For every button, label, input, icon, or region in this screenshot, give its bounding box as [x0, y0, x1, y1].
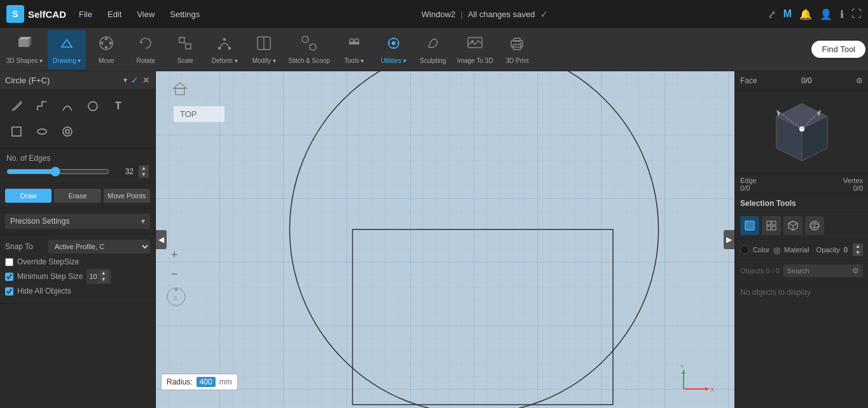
tool-deform[interactable]: Deform ▾ [205, 30, 244, 69]
search-box[interactable]: Search ⚙ [783, 264, 863, 277]
svg-rect-69 [745, 221, 754, 230]
precision-dropdown[interactable]: Precison Settings ▾ [5, 214, 150, 229]
move-points-button[interactable]: Move Points [104, 189, 150, 203]
grid-select-icon[interactable] [762, 216, 781, 235]
panel-dropdown-arrow[interactable]: ▾ [123, 76, 127, 85]
step-tool[interactable] [31, 95, 53, 118]
min-step-row: Minimum Step Size 10 ▲ ▼ [5, 269, 150, 284]
tool-tools[interactable]: Tools ▾ [335, 30, 373, 69]
cube-wire-select-icon[interactable] [783, 216, 803, 235]
ellipse-tool[interactable] [31, 120, 53, 143]
svg-text:S: S [174, 295, 177, 301]
svg-marker-57 [682, 370, 685, 374]
panel-close-icon[interactable]: ✕ [142, 75, 150, 85]
bell-icon[interactable]: 🔔 [799, 8, 812, 20]
pen-tool[interactable] [5, 95, 28, 118]
right-panel-toggle[interactable]: ▶ [724, 230, 734, 249]
square-tool[interactable] [5, 120, 28, 143]
menu-settings[interactable]: Settings [167, 8, 202, 20]
min-step-checkbox[interactable] [5, 273, 13, 281]
stitch-scoop-icon [300, 34, 318, 56]
m-icon[interactable]: M [783, 8, 792, 20]
face-value: 0/0 [801, 76, 812, 85]
edges-increment[interactable]: ▲ [139, 165, 149, 172]
circle-outline-tool[interactable] [81, 95, 104, 118]
erase-button[interactable]: Erase [54, 189, 100, 203]
canvas-area[interactable]: TOP + − S Radius: 400 mm X Y ◀ [156, 71, 734, 408]
rotate-icon [137, 34, 155, 56]
logo-icon: S [6, 5, 24, 23]
find-tool-button[interactable]: Find Tool [811, 41, 865, 58]
tool-stitch-scoop[interactable]: Stitch & Scoop [284, 30, 334, 69]
objects-count: Objects 0 / 0 [740, 267, 780, 275]
svg-point-40 [65, 130, 69, 133]
tool-3d-shapes[interactable]: 3D Shapes ▾ [3, 30, 46, 69]
sculpting-icon [424, 34, 442, 56]
draw-button[interactable]: Draw [5, 189, 52, 203]
edges-slider[interactable] [6, 167, 109, 177]
sculpting-label: Sculpting [420, 57, 446, 64]
opacity-stepper[interactable]: ▲ ▼ [853, 243, 863, 256]
search-settings-icon[interactable]: ⚙ [852, 266, 859, 275]
menu-view[interactable]: View [134, 8, 157, 20]
user-icon[interactable]: 👤 [820, 8, 832, 20]
share-icon[interactable]: ⤤ [768, 8, 776, 20]
tool-move[interactable]: Move [87, 30, 125, 69]
svg-rect-72 [772, 221, 776, 225]
opacity-decrement[interactable]: ▼ [853, 250, 863, 256]
override-stepsize-checkbox[interactable] [5, 258, 13, 266]
action-buttons: Draw Erase Move Points [0, 184, 155, 208]
opacity-increment[interactable]: ▲ [853, 243, 863, 250]
hide-objects-checkbox[interactable] [5, 287, 13, 296]
panel-header: Circle (F+C) ▾ ✓ ✕ [0, 71, 155, 90]
tool-modify[interactable]: Modify ▾ [245, 30, 283, 69]
color-swatch[interactable] [740, 245, 749, 254]
selection-icons [735, 212, 868, 240]
snap-dropdown[interactable]: Active Profile, C [48, 240, 150, 254]
edges-stepper[interactable]: ▲ ▼ [139, 165, 149, 178]
main: Circle (F+C) ▾ ✓ ✕ T [0, 71, 868, 408]
tools-label: Tools ▾ [344, 57, 364, 64]
svg-marker-55 [705, 387, 709, 391]
modify-label: Modify ▾ [252, 57, 276, 64]
edges-decrement[interactable]: ▼ [139, 172, 149, 178]
color-material-row: Color ◎ Material Opacity 0 ▲ ▼ [735, 240, 868, 261]
tool-image-to-3d[interactable]: Image To 3D [453, 30, 497, 69]
donut-tool[interactable] [56, 120, 79, 143]
tool-3d-print[interactable]: 3D Print [498, 30, 536, 69]
svg-point-25 [392, 41, 396, 45]
min-step-stepper[interactable]: ▲ ▼ [99, 270, 109, 283]
svg-text:Y: Y [680, 364, 684, 370]
info-icon[interactable]: ℹ [840, 8, 844, 20]
panel-title: Circle (F+C) [5, 76, 120, 85]
text-tool[interactable]: T [107, 95, 130, 118]
min-step-decrement[interactable]: ▼ [99, 276, 109, 283]
tool-drawing[interactable]: Drawing ▾ [48, 30, 86, 69]
left-panel-toggle[interactable]: ◀ [156, 230, 167, 249]
edge-section: Edge 0/0 [740, 177, 757, 192]
curve-tool[interactable] [56, 95, 79, 118]
tool-utilities[interactable]: Utilities ▾ [375, 30, 413, 69]
tool-sculpting[interactable]: Sculpting [414, 30, 452, 69]
vertex-label: Vertex [843, 177, 863, 184]
face-select-icon[interactable] [740, 216, 759, 235]
svg-rect-3 [59, 36, 74, 51]
fullscreen-icon[interactable]: ⛶ [851, 8, 862, 20]
edge-label: Edge [740, 177, 757, 184]
face-settings-icon[interactable]: ⚙ [856, 76, 863, 85]
panel-confirm-icon[interactable]: ✓ [131, 75, 139, 85]
svg-rect-73 [767, 226, 771, 230]
cube-view [735, 91, 868, 174]
radius-input-box[interactable]: Radius: 400 mm [161, 374, 238, 390]
sphere-wire-select-icon[interactable] [805, 216, 824, 235]
menu-file[interactable]: File [76, 8, 95, 20]
move-label: Move [99, 57, 114, 64]
tool-rotate[interactable]: Rotate [127, 30, 165, 69]
precision-arrow-icon: ▾ [141, 217, 145, 226]
menu-edit[interactable]: Edit [105, 8, 124, 20]
3d-print-label: 3D Print [506, 57, 528, 64]
tool-scale[interactable]: Scale [166, 30, 204, 69]
opacity-label: Opacity [816, 246, 840, 254]
precision-label: Precison Settings [10, 217, 69, 226]
min-step-increment[interactable]: ▲ [99, 270, 109, 276]
